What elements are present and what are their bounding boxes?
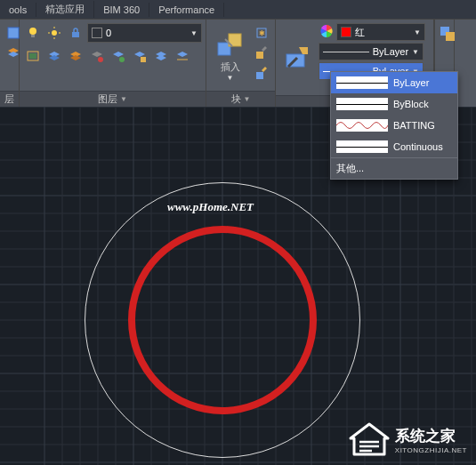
lineweight-label: ByLayer	[373, 46, 408, 57]
svg-rect-8	[72, 32, 79, 37]
color-dropdown[interactable]: 红 ▼	[336, 23, 425, 41]
lineweight-dropdown[interactable]: ByLayer ▼	[319, 43, 424, 60]
lock-icon[interactable]	[66, 23, 85, 43]
layer-color-swatch	[92, 28, 102, 38]
svg-point-3	[52, 30, 57, 36]
linetype-option-byblock[interactable]: ByBlock	[331, 93, 457, 115]
ribbon: 层 0 ▼	[0, 20, 476, 107]
tab-performance[interactable]: Performance	[149, 3, 224, 17]
svg-point-1	[29, 28, 36, 35]
chevron-down-icon: ▼	[414, 28, 421, 36]
tab-featured-apps[interactable]: 精选应用	[36, 1, 94, 18]
chevron-down-icon: ▼	[412, 48, 419, 56]
svg-rect-2	[31, 35, 35, 37]
chevron-down-icon: ▼	[227, 74, 234, 82]
color-swatch	[341, 27, 351, 37]
tab-bar: ools 精选应用 BIM 360 Performance	[0, 0, 476, 20]
line-sample	[323, 52, 369, 52]
tab-bim360[interactable]: BIM 360	[94, 3, 149, 17]
option-label: ByBlock	[393, 99, 429, 109]
option-label: Continuous	[393, 141, 443, 152]
block-create-icon[interactable]: ✱	[252, 23, 271, 43]
sun-icon[interactable]	[44, 23, 64, 43]
svg-rect-0	[8, 28, 19, 38]
layer-value: 0	[106, 28, 111, 38]
match-properties-button[interactable]	[279, 23, 315, 92]
group-icon[interactable]	[439, 23, 456, 44]
svg-text:✱: ✱	[259, 29, 265, 37]
insert-button[interactable]: 插入 ▼	[210, 23, 250, 87]
layer-btn-8-icon[interactable]	[173, 46, 192, 66]
watermark-cn: 系统之家	[395, 426, 467, 446]
circle-inner[interactable]	[128, 226, 317, 414]
block-edit-icon[interactable]	[252, 44, 271, 63]
layer-btn-1-icon[interactable]	[23, 46, 43, 66]
svg-rect-13	[141, 57, 146, 62]
panel-title-block: 块▼	[206, 91, 275, 107]
svg-rect-19	[256, 52, 263, 59]
layer-dropdown[interactable]: 0 ▼	[87, 23, 202, 43]
layer-btn-2-icon[interactable]	[44, 46, 64, 66]
chevron-down-icon: ▼	[190, 29, 198, 37]
linetype-dropdown-list: ByLayer ByBlock BATTING Continuous 其他...	[330, 71, 458, 180]
linetype-option-batting[interactable]: BATTING	[331, 115, 457, 136]
block-attr-icon[interactable]	[252, 64, 271, 84]
linetype-option-bylayer[interactable]: ByLayer	[331, 72, 457, 93]
option-label: BATTING	[393, 120, 435, 131]
chevron-down-icon: ▼	[244, 95, 251, 103]
insert-label: 插入	[221, 60, 240, 74]
svg-rect-20	[256, 72, 263, 79]
watermark-phome: www.pHome.NET	[167, 200, 254, 214]
option-label: ByLayer	[393, 77, 429, 88]
house-icon	[349, 422, 390, 458]
chevron-down-icon: ▼	[120, 95, 127, 103]
layer-btn-4-icon[interactable]	[87, 46, 107, 66]
layer-btn-3-icon[interactable]	[66, 46, 85, 66]
panel-title-layer: 图层▼	[20, 91, 206, 107]
watermark-xtzj: 系统之家 XITONGZHIJIA.NET	[349, 422, 467, 458]
panel-title-small: 层	[0, 91, 19, 107]
linetype-option-continuous[interactable]: Continuous	[331, 136, 457, 157]
layer-btn-6-icon[interactable]	[130, 46, 149, 66]
svg-rect-24	[446, 32, 455, 41]
svg-rect-10	[29, 53, 36, 59]
watermark-en: XITONGZHIJIA.NET	[395, 446, 467, 454]
color-label: 红	[355, 26, 365, 39]
tab-tools[interactable]: ools	[0, 3, 36, 17]
color-wheel-icon[interactable]	[319, 23, 335, 39]
bulb-icon[interactable]	[23, 23, 43, 43]
layer-btn-5-icon[interactable]	[109, 46, 128, 66]
svg-point-12	[119, 57, 125, 62]
svg-point-11	[98, 57, 103, 62]
linetype-option-other[interactable]: 其他...	[331, 157, 457, 179]
layer-btn-7-icon[interactable]	[151, 46, 171, 66]
